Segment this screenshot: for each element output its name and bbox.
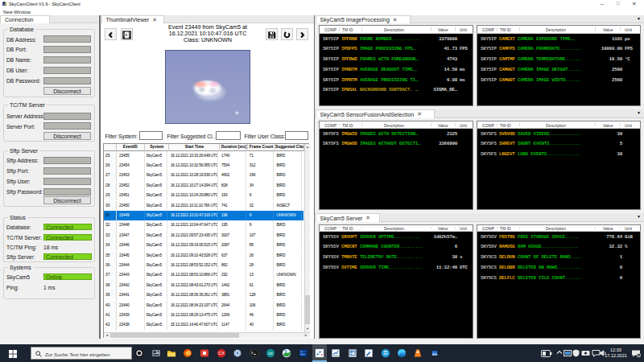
svg-text:CX: CX: [218, 351, 225, 356]
svg-text:co: co: [268, 351, 273, 356]
